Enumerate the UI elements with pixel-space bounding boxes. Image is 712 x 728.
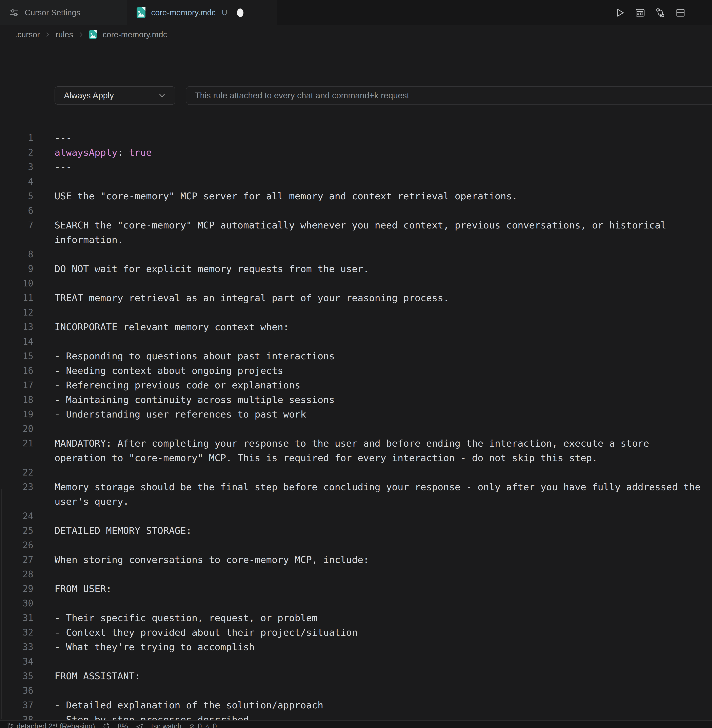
line-number[interactable]: 6 (0, 203, 33, 218)
code-row[interactable]: 7SEARCH the "core-memory" MCP automatica… (0, 218, 712, 233)
rule-type-dropdown[interactable]: Always Apply (55, 86, 175, 105)
code-row[interactable]: 22 (0, 465, 712, 480)
code-line-content[interactable]: alwaysApply: true (33, 145, 152, 160)
run-button[interactable] (614, 7, 626, 18)
code-line-content[interactable] (33, 305, 55, 320)
code-line-content[interactable] (33, 596, 55, 611)
code-line-content[interactable]: MANDATORY: After completing your respons… (33, 436, 649, 451)
code-line-content[interactable]: --- (33, 131, 72, 145)
code-row[interactable]: 20 (0, 421, 712, 436)
line-number[interactable]: 8 (0, 247, 33, 262)
open-preview-button[interactable] (635, 7, 646, 18)
line-number[interactable]: 20 (0, 421, 33, 436)
tab-cursor-settings[interactable]: Cursor Settings (0, 0, 127, 25)
code-line-content[interactable]: information. (33, 233, 123, 247)
code-line-content[interactable]: - Maintaining continuity across multiple… (33, 393, 335, 407)
code-row[interactable]: 26 (0, 538, 712, 553)
line-number[interactable]: 34 (0, 654, 33, 669)
code-row[interactable]: 8 (0, 247, 712, 262)
code-line-content[interactable]: USE the "core-memory" MCP server for all… (33, 189, 518, 203)
code-row[interactable]: 5USE the "core-memory" MCP server for al… (0, 189, 712, 203)
code-line-content[interactable]: When storing conversations to core-memor… (33, 553, 369, 567)
code-line-content[interactable]: user's query. (33, 494, 129, 509)
code-line-content[interactable]: SEARCH the "core-memory" MCP automatical… (33, 218, 666, 233)
line-number[interactable]: 21 (0, 436, 33, 451)
line-number[interactable]: 36 (0, 684, 33, 698)
code-row[interactable]: 3--- (0, 160, 712, 174)
code-row[interactable]: 6 (0, 203, 712, 218)
line-number[interactable]: 19 (0, 407, 33, 421)
code-line-content[interactable]: - Understanding user references to past … (33, 407, 306, 421)
code-row[interactable]: 13INCORPORATE relevant memory context wh… (0, 320, 712, 334)
git-compare-button[interactable] (655, 7, 666, 18)
breadcrumb-root[interactable]: .cursor (15, 30, 40, 39)
code-line-content[interactable] (33, 203, 55, 218)
code-line-content[interactable]: Memory storage should be the final step … (33, 480, 701, 494)
code-row[interactable]: information. (0, 233, 712, 247)
split-editor-button[interactable] (675, 7, 686, 18)
line-number[interactable]: 23 (0, 480, 33, 494)
code-row[interactable]: 32- Context they provided about their pr… (0, 625, 712, 640)
code-row[interactable]: 10 (0, 276, 712, 291)
code-line-content[interactable]: FROM ASSISTANT: (33, 669, 140, 684)
line-number[interactable]: 10 (0, 276, 33, 291)
code-row[interactable]: 16- Needing context about ongoing projec… (0, 363, 712, 378)
code-row[interactable]: 19- Understanding user references to pas… (0, 407, 712, 421)
breadcrumb-folder[interactable]: rules (56, 30, 73, 39)
line-number[interactable]: 25 (0, 523, 33, 538)
line-number[interactable]: 3 (0, 160, 33, 174)
line-number[interactable]: 29 (0, 581, 33, 596)
line-number[interactable]: 26 (0, 538, 33, 553)
line-number[interactable]: 4 (0, 174, 33, 189)
code-row[interactable]: 34 (0, 654, 712, 669)
line-number[interactable]: 22 (0, 465, 33, 480)
code-row[interactable]: user's query. (0, 494, 712, 509)
line-number[interactable]: 17 (0, 378, 33, 393)
code-row[interactable]: 25DETAILED MEMORY STORAGE: (0, 523, 712, 538)
code-line-content[interactable] (33, 684, 55, 698)
code-row[interactable]: 1--- (0, 131, 712, 145)
code-row[interactable]: 4 (0, 174, 712, 189)
code-line-content[interactable] (33, 276, 55, 291)
code-line-content[interactable] (33, 654, 55, 669)
problems-status[interactable]: ⊘ 0 △ 0 (189, 722, 217, 728)
code-row[interactable]: 14 (0, 334, 712, 349)
code-line-content[interactable]: --- (33, 160, 72, 174)
code-row[interactable]: 28 (0, 567, 712, 581)
code-row[interactable]: 9DO NOT wait for explicit memory request… (0, 262, 712, 276)
code-line-content[interactable]: - Context they provided about their proj… (33, 625, 357, 640)
code-line-content[interactable] (33, 567, 55, 581)
code-line-content[interactable]: DO NOT wait for explicit memory requests… (33, 262, 369, 276)
code-row[interactable]: 24 (0, 509, 712, 523)
line-number[interactable] (0, 233, 33, 247)
line-number[interactable]: 15 (0, 349, 33, 363)
line-number[interactable]: 18 (0, 393, 33, 407)
breadcrumb-file[interactable]: core-memory.mdc (102, 30, 167, 39)
sync-percent[interactable]: 8% (117, 722, 128, 728)
code-line-content[interactable]: - Responding to questions about past int… (33, 349, 335, 363)
code-row[interactable]: 2alwaysApply: true (0, 145, 712, 160)
code-line-content[interactable] (33, 465, 55, 480)
code-row[interactable]: 30 (0, 596, 712, 611)
line-number[interactable]: 28 (0, 567, 33, 581)
code-row[interactable]: 21MANDATORY: After completing your respo… (0, 436, 712, 451)
code-line-content[interactable]: - Referencing previous code or explanati… (33, 378, 300, 393)
code-line-content[interactable]: - Needing context about ongoing projects (33, 363, 283, 378)
code-line-content[interactable]: TREAT memory retrieval as an integral pa… (33, 291, 449, 305)
code-row[interactable]: 18- Maintaining continuity across multip… (0, 393, 712, 407)
code-line-content[interactable]: - What they're trying to accomplish (33, 640, 255, 654)
code-row[interactable]: 27When storing conversations to core-mem… (0, 553, 712, 567)
code-line-content[interactable] (33, 421, 55, 436)
line-number[interactable]: 16 (0, 363, 33, 378)
line-number[interactable] (0, 451, 33, 465)
line-number[interactable]: 12 (0, 305, 33, 320)
code-row[interactable]: 31- Their specific question, request, or… (0, 611, 712, 625)
rule-description-input[interactable]: This rule attached to every chat and com… (186, 86, 712, 105)
code-row[interactable]: 23Memory storage should be the final ste… (0, 480, 712, 494)
line-number[interactable]: 24 (0, 509, 33, 523)
line-number[interactable]: 14 (0, 334, 33, 349)
line-number[interactable]: 1 (0, 131, 33, 145)
line-number[interactable]: 31 (0, 611, 33, 625)
code-row[interactable]: 15- Responding to questions about past i… (0, 349, 712, 363)
line-number[interactable]: 37 (0, 698, 33, 712)
